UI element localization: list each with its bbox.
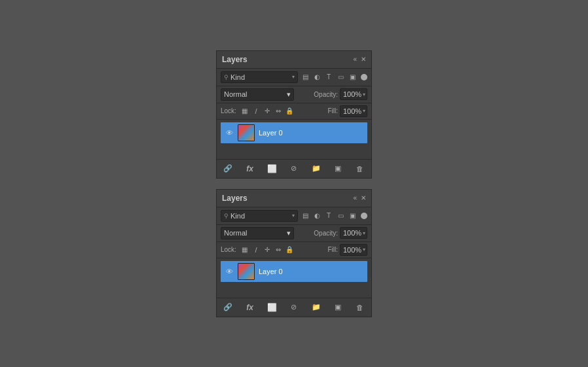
layers-list-2: 👁 Layer 0 (217, 258, 371, 298)
filter-type-icon-1[interactable]: T (324, 73, 333, 82)
layers-panel-2: Layers « ✕ ⚲ Kind ▾ ▤ ◐ T ▭ ▣ (216, 189, 372, 317)
layer-item-1[interactable]: 👁 Layer 0 (221, 122, 367, 143)
opacity-label-1: Opacity: (314, 91, 338, 98)
lock-row-2: Lock: ▦ / ✛ ⇔ 🔒 Fill: 100% ▾ (217, 242, 371, 258)
search-icon-2: ⚲ (224, 213, 229, 219)
opacity-label-2: Opacity: (314, 230, 338, 237)
layer-thumbnail-1 (238, 124, 255, 141)
kind-label-2: Kind (230, 212, 292, 220)
lock-move-icon-1[interactable]: ✛ (263, 107, 272, 114)
fill-label-2: Fill: (327, 246, 338, 253)
search-icon-1: ⚲ (224, 74, 229, 80)
filter-icons-1: ▤ ◐ T ▭ ▣ (301, 73, 357, 82)
lock-lock-icon-1[interactable]: 🔒 (285, 107, 294, 114)
panel-toolbar-2: 🔗 fx ⬜ ⊘ 📁 ▣ 🗑 (217, 298, 371, 317)
toolbar-trash-icon-2[interactable]: 🗑 (354, 302, 366, 313)
filter-smart-icon-2[interactable]: ▣ (348, 211, 357, 220)
panel-title-2: Layers (222, 194, 248, 203)
blend-row-2: Normal ▾ Opacity: 100% ▾ (217, 225, 371, 242)
kind-dropdown-arrow-1: ▾ (292, 74, 295, 80)
filter-image-icon-2[interactable]: ▤ (301, 211, 310, 220)
panel-toolbar-1: 🔗 fx ⬜ ⊘ 📁 ▣ 🗑 (217, 159, 371, 178)
panels-container: Layers « ✕ ⚲ Kind ▾ ▤ ◐ T ▭ ▣ (0, 0, 588, 367)
toolbar-fx-icon-2[interactable]: fx (244, 302, 256, 313)
lock-size-icon-2[interactable]: ⇔ (274, 246, 283, 253)
filter-type-icon-2[interactable]: T (324, 211, 333, 220)
filter-image-icon-1[interactable]: ▤ (301, 73, 310, 82)
lock-row-1: Lock: ▦ / ✛ ⇔ 🔒 Fill: 100% ▾ (217, 103, 371, 120)
layer-item-2[interactable]: 👁 Layer 0 (221, 261, 367, 282)
layer-thumbnail-2 (238, 263, 255, 280)
lock-all-icon-2[interactable]: ▦ (240, 246, 249, 253)
layers-list-1: 👁 Layer 0 (217, 120, 371, 159)
toolbar-artboard-icon-2[interactable]: ▣ (332, 302, 344, 313)
lock-size-icon-1[interactable]: ⇔ (274, 107, 283, 114)
panel-header-icons-1: « ✕ (353, 56, 366, 63)
toolbar-fx-icon-1[interactable]: fx (244, 163, 256, 175)
collapse-icon-1[interactable]: « (353, 56, 357, 63)
toolbar-folder-icon-2[interactable]: 📁 (310, 302, 322, 313)
kind-dropdown-arrow-2: ▾ (292, 213, 295, 218)
filter-toggle-dot-1[interactable] (361, 74, 367, 80)
panel-title-1: Layers (222, 55, 248, 64)
blend-row-1: Normal ▾ Opacity: 100% ▾ (217, 86, 371, 103)
layer-visibility-icon-2[interactable]: 👁 (225, 268, 234, 275)
toolbar-link-icon-1[interactable]: 🔗 (222, 163, 234, 175)
blend-mode-label-2: Normal (224, 229, 247, 237)
filter-shape-icon-1[interactable]: ▭ (336, 73, 345, 82)
blend-dropdown-arrow-1: ▾ (287, 90, 291, 99)
panel-header-2: Layers « ✕ (217, 190, 371, 207)
fill-input-1[interactable]: 100% ▾ (340, 105, 367, 117)
collapse-icon-2[interactable]: « (353, 194, 357, 201)
opacity-group-2: Opacity: 100% ▾ (314, 227, 367, 239)
layers-panel-1: Layers « ✕ ⚲ Kind ▾ ▤ ◐ T ▭ ▣ (216, 50, 372, 179)
opacity-input-1[interactable]: 100% ▾ (340, 88, 367, 100)
lock-lock-icon-2[interactable]: 🔒 (285, 246, 294, 253)
lock-move-icon-2[interactable]: ✛ (263, 246, 272, 253)
opacity-input-2[interactable]: 100% ▾ (340, 227, 367, 239)
toolbar-mask-icon-1[interactable]: ⬜ (266, 163, 278, 175)
opacity-group-1: Opacity: 100% ▾ (314, 88, 367, 100)
filter-smart-icon-1[interactable]: ▣ (348, 73, 357, 82)
toolbar-no-icon-2[interactable]: ⊘ (288, 302, 300, 313)
toolbar-artboard-icon-1[interactable]: ▣ (332, 163, 344, 175)
filter-row-1: ⚲ Kind ▾ ▤ ◐ T ▭ ▣ (217, 69, 371, 86)
lock-draw-icon-2[interactable]: / (251, 246, 261, 254)
blend-select-2[interactable]: Normal ▾ (221, 227, 294, 239)
close-icon-2[interactable]: ✕ (361, 194, 366, 201)
toolbar-folder-icon-1[interactable]: 📁 (310, 163, 322, 175)
lock-label-2: Lock: (221, 246, 236, 253)
filter-adjust-icon-2[interactable]: ◐ (312, 211, 322, 220)
lock-icons-2: ▦ / ✛ ⇔ 🔒 (240, 246, 325, 254)
layer-name-2: Layer 0 (259, 268, 363, 275)
fill-group-2: Fill: 100% ▾ (327, 244, 367, 256)
lock-all-icon-1[interactable]: ▦ (240, 107, 249, 114)
lock-label-1: Lock: (221, 107, 236, 114)
filter-adjust-icon-1[interactable]: ◐ (312, 73, 322, 82)
close-icon-1[interactable]: ✕ (361, 56, 366, 63)
fill-group-1: Fill: 100% ▾ (327, 105, 367, 117)
lock-icons-1: ▦ / ✛ ⇔ 🔒 (240, 107, 325, 115)
layer-visibility-icon-1[interactable]: 👁 (225, 129, 234, 137)
lock-draw-icon-1[interactable]: / (251, 107, 261, 115)
filter-icons-2: ▤ ◐ T ▭ ▣ (301, 211, 357, 220)
toolbar-trash-icon-1[interactable]: 🗑 (354, 163, 366, 175)
layer-name-1: Layer 0 (259, 129, 363, 137)
fill-input-2[interactable]: 100% ▾ (340, 244, 367, 256)
blend-select-1[interactable]: Normal ▾ (221, 88, 294, 101)
blend-mode-label-1: Normal (224, 90, 247, 98)
kind-select-2[interactable]: ⚲ Kind ▾ (221, 210, 298, 222)
kind-select-1[interactable]: ⚲ Kind ▾ (221, 71, 298, 83)
panel-header-icons-2: « ✕ (353, 194, 366, 201)
panel-header-1: Layers « ✕ (217, 51, 371, 69)
filter-row-2: ⚲ Kind ▾ ▤ ◐ T ▭ ▣ (217, 207, 371, 225)
toolbar-link-icon-2[interactable]: 🔗 (222, 302, 234, 313)
filter-shape-icon-2[interactable]: ▭ (336, 211, 345, 220)
fill-label-1: Fill: (327, 107, 338, 114)
blend-dropdown-arrow-2: ▾ (287, 229, 291, 237)
filter-toggle-dot-2[interactable] (361, 213, 367, 219)
kind-label-1: Kind (230, 73, 292, 81)
toolbar-no-icon-1[interactable]: ⊘ (288, 163, 300, 175)
toolbar-mask-icon-2[interactable]: ⬜ (266, 302, 278, 313)
